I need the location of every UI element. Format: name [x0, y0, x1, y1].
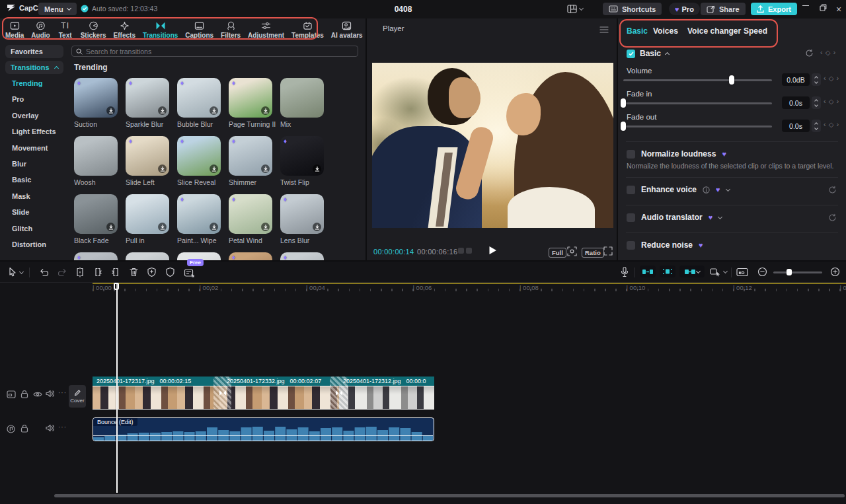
download-icon[interactable] — [158, 106, 167, 115]
fade-out-slider[interactable] — [623, 126, 772, 127]
delete-button[interactable] — [129, 267, 139, 277]
sidebar-item-glitch[interactable]: Glitch — [12, 225, 32, 233]
menu-button[interactable]: Menu — [38, 3, 77, 15]
volume-value[interactable]: 0.0dB — [782, 73, 810, 86]
audio-translator-reset[interactable] — [828, 213, 837, 222]
undo-button[interactable] — [39, 267, 50, 277]
fade-in-stepper[interactable] — [812, 96, 821, 109]
transition-tile[interactable]: ♦ Bubble Blur — [177, 78, 221, 118]
sidebar-item-slide[interactable]: Slide — [12, 208, 29, 216]
download-icon[interactable] — [261, 106, 270, 115]
pro-button[interactable]: ♥ Pro — [669, 3, 700, 15]
mute-track-icon[interactable] — [46, 390, 54, 398]
track-more-button[interactable]: ··· — [58, 389, 67, 396]
enhance-voice-checkbox[interactable] — [627, 186, 635, 194]
chevron-down-icon[interactable] — [726, 186, 730, 191]
download-icon[interactable] — [210, 106, 218, 115]
transition-tile[interactable]: ♦ Twist Flip — [280, 136, 324, 176]
volume-keyframe-controls[interactable]: ‹◇› — [824, 74, 839, 82]
normalize-checkbox[interactable] — [627, 150, 635, 159]
auto-snap-toggle[interactable] — [640, 266, 656, 277]
filmstrip[interactable] — [339, 386, 434, 410]
tab-basic[interactable]: Basic — [627, 26, 648, 36]
transition-tile[interactable]: ♦ Black Fade — [74, 194, 118, 234]
basic-reset-button[interactable] — [805, 49, 814, 57]
sidebar-item-basic[interactable]: Basic — [12, 176, 31, 184]
fade-out-stepper[interactable] — [812, 120, 821, 132]
frame-step-icons[interactable] — [458, 248, 472, 254]
tab-adjustment[interactable]: Adjustment — [248, 21, 284, 39]
tab-stickers[interactable]: Stickers — [81, 21, 106, 39]
tab-voice-changer[interactable]: Voice changer — [687, 26, 741, 36]
volume-stepper[interactable] — [812, 73, 821, 86]
video-clip-3[interactable]: 20250401-172312.jpg 00:00:0 — [339, 377, 434, 386]
fade-in-value[interactable]: 0.0s — [782, 96, 810, 109]
transition-tile[interactable]: ♦ — [280, 252, 324, 260]
delete-right-button[interactable] — [110, 267, 121, 277]
sidebar-item-pro[interactable]: Pro — [12, 95, 24, 103]
tab-templates[interactable]: Templates — [291, 21, 324, 39]
tab-audio[interactable]: Audio — [31, 21, 50, 39]
sidebar-favorites-button[interactable]: Favorites — [5, 45, 63, 58]
timeline-ruler[interactable]: | 00:00| 00:02| 00:04| 00:06| 00:08| 00:… — [0, 283, 846, 296]
transition-tile[interactable]: ♦ Pull in — [126, 194, 169, 234]
focus-preview-icon[interactable] — [567, 246, 577, 256]
playhead-line[interactable] — [116, 283, 118, 493]
fade-in-keyframe-controls[interactable]: ‹◇› — [824, 97, 839, 105]
transition-marker-2[interactable] — [330, 377, 348, 410]
freeze-button[interactable] — [147, 267, 157, 277]
download-icon[interactable] — [313, 164, 321, 173]
collapse-icon[interactable] — [665, 52, 670, 56]
transition-tile[interactable]: ♦ Petal Wind — [229, 194, 272, 234]
basic-keyframe-controls[interactable]: ‹◇› — [820, 48, 835, 56]
sidebar-item-movement[interactable]: Movement — [12, 144, 48, 152]
fade-out-keyframe-controls[interactable]: ‹◇› — [824, 120, 839, 128]
transition-tile[interactable]: ♦ Slice Reveal — [177, 136, 221, 176]
share-button[interactable]: Share — [701, 3, 746, 15]
select-tool-button[interactable] — [8, 267, 23, 277]
sidebar-item-light-effects[interactable]: Light Effects — [12, 127, 56, 135]
basic-checkbox[interactable] — [627, 50, 635, 58]
timeline-zoom-slider[interactable] — [773, 271, 822, 273]
video-clip-1[interactable]: 20250401-172317.jpg 00:00:02:15 — [93, 377, 223, 386]
export-button[interactable]: Export — [751, 3, 797, 15]
transition-tile[interactable]: ♦ Mix — [280, 78, 324, 118]
download-icon[interactable] — [210, 223, 218, 231]
transition-tile[interactable]: ♦ Paint... Wipe — [177, 194, 221, 234]
volume-slider[interactable] — [623, 79, 772, 81]
fade-in-slider[interactable] — [623, 102, 772, 104]
select-clip-mode-button[interactable] — [710, 267, 727, 277]
full-button[interactable]: Full — [549, 248, 566, 258]
zoom-in-button[interactable] — [830, 267, 840, 277]
preview-transition-toggle[interactable] — [660, 266, 675, 277]
transition-tile[interactable]: ♦ Sparkle Blur — [126, 78, 169, 118]
fullscreen-icon[interactable] — [603, 246, 613, 256]
record-voiceover-button[interactable] — [620, 266, 629, 277]
download-icon[interactable] — [313, 223, 321, 231]
tab-captions[interactable]: Captions — [185, 21, 213, 39]
basic-section-header[interactable]: Basic — [627, 49, 669, 58]
transition-tile[interactable]: ♦ Shimmer — [229, 136, 272, 176]
sidebar-item-overlay[interactable]: Overlay — [12, 112, 38, 120]
timeline-horizontal-scrollbar[interactable] — [54, 494, 845, 497]
tab-media[interactable]: Media — [5, 21, 24, 39]
tab-ai-avatars[interactable]: AI avatars — [331, 21, 363, 39]
timeline-zoom-thumb[interactable] — [787, 269, 792, 275]
mask-button[interactable] — [165, 267, 175, 277]
fade-out-value[interactable]: 0.0s — [782, 120, 810, 132]
enhance-voice-reset[interactable] — [828, 186, 837, 194]
zoom-out-button[interactable] — [757, 267, 767, 277]
transition-tile[interactable]: ♦ — [74, 252, 118, 260]
sidebar-item-trending[interactable]: Trending — [12, 79, 42, 87]
transition-marker-1[interactable] — [213, 377, 231, 410]
tab-voices[interactable]: Voices — [653, 26, 678, 36]
ratio-button[interactable]: Ratio — [582, 248, 604, 258]
minimize-button[interactable] — [800, 5, 812, 6]
download-icon[interactable] — [106, 223, 115, 231]
delete-left-button[interactable] — [93, 267, 103, 277]
lock-icon[interactable] — [20, 390, 28, 398]
download-icon[interactable] — [106, 106, 115, 115]
chevron-down-icon[interactable] — [718, 214, 722, 219]
hide-track-icon[interactable] — [33, 391, 42, 398]
transition-tile[interactable]: ♦ — [126, 252, 169, 260]
